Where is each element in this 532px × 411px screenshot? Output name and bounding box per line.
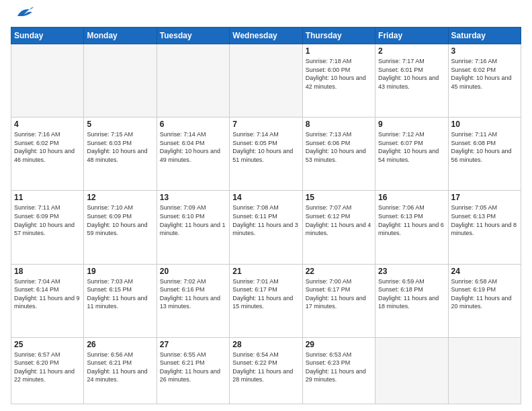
day-info: Sunrise: 7:05 AM Sunset: 6:13 PM Dayligh… bbox=[451, 203, 518, 237]
day-number: 18 bbox=[14, 267, 81, 276]
weekday-monday: Monday bbox=[84, 28, 157, 44]
calendar-table: SundayMondayTuesdayWednesdayThursdayFrid… bbox=[11, 27, 521, 404]
day-cell: 27Sunrise: 6:55 AM Sunset: 6:21 PM Dayli… bbox=[157, 337, 229, 404]
day-number: 29 bbox=[306, 340, 372, 349]
day-number: 14 bbox=[232, 193, 299, 202]
day-cell: 20Sunrise: 7:02 AM Sunset: 6:16 PM Dayli… bbox=[157, 264, 229, 337]
day-cell: 23Sunrise: 6:59 AM Sunset: 6:18 PM Dayli… bbox=[375, 264, 448, 337]
day-cell bbox=[230, 44, 302, 118]
day-info: Sunrise: 6:56 AM Sunset: 6:21 PM Dayligh… bbox=[87, 351, 153, 384]
day-cell: 18Sunrise: 7:04 AM Sunset: 6:14 PM Dayli… bbox=[11, 264, 84, 337]
day-info: Sunrise: 6:58 AM Sunset: 6:19 PM Dayligh… bbox=[451, 277, 518, 311]
logo-bird-icon bbox=[12, 7, 34, 21]
day-info: Sunrise: 7:15 AM Sunset: 6:03 PM Dayligh… bbox=[87, 130, 153, 164]
weekday-tuesday: Tuesday bbox=[157, 28, 229, 44]
day-number: 23 bbox=[378, 267, 445, 276]
week-row-3: 11Sunrise: 7:11 AM Sunset: 6:09 PM Dayli… bbox=[11, 191, 521, 264]
day-cell: 28Sunrise: 6:54 AM Sunset: 6:22 PM Dayli… bbox=[230, 337, 302, 404]
day-number: 1 bbox=[306, 46, 372, 56]
day-info: Sunrise: 7:02 AM Sunset: 6:16 PM Dayligh… bbox=[160, 277, 226, 311]
day-number: 20 bbox=[160, 267, 226, 276]
logo bbox=[11, 11, 34, 21]
day-cell bbox=[84, 44, 157, 118]
day-cell: 4Sunrise: 7:16 AM Sunset: 6:02 PM Daylig… bbox=[11, 118, 84, 191]
day-info: Sunrise: 7:17 AM Sunset: 6:01 PM Dayligh… bbox=[378, 57, 445, 91]
day-cell: 24Sunrise: 6:58 AM Sunset: 6:19 PM Dayli… bbox=[448, 264, 521, 337]
day-number: 7 bbox=[232, 120, 299, 129]
day-number: 4 bbox=[14, 120, 81, 129]
day-info: Sunrise: 7:13 AM Sunset: 6:06 PM Dayligh… bbox=[306, 130, 372, 164]
day-cell: 5Sunrise: 7:15 AM Sunset: 6:03 PM Daylig… bbox=[84, 118, 157, 191]
day-info: Sunrise: 7:14 AM Sunset: 6:04 PM Dayligh… bbox=[160, 130, 226, 164]
day-info: Sunrise: 7:16 AM Sunset: 6:02 PM Dayligh… bbox=[451, 57, 518, 91]
day-number: 9 bbox=[378, 120, 445, 129]
day-number: 10 bbox=[451, 120, 518, 129]
day-number: 16 bbox=[378, 193, 445, 202]
week-row-5: 25Sunrise: 6:57 AM Sunset: 6:20 PM Dayli… bbox=[11, 337, 521, 404]
day-number: 28 bbox=[232, 340, 299, 349]
day-number: 24 bbox=[451, 267, 518, 276]
day-cell bbox=[375, 337, 448, 404]
day-info: Sunrise: 6:57 AM Sunset: 6:20 PM Dayligh… bbox=[14, 351, 81, 384]
day-cell: 1Sunrise: 7:18 AM Sunset: 6:00 PM Daylig… bbox=[302, 44, 375, 118]
weekday-saturday: Saturday bbox=[448, 28, 521, 44]
day-info: Sunrise: 7:16 AM Sunset: 6:02 PM Dayligh… bbox=[14, 130, 81, 164]
day-cell: 29Sunrise: 6:53 AM Sunset: 6:23 PM Dayli… bbox=[302, 337, 375, 404]
day-cell: 22Sunrise: 7:00 AM Sunset: 6:17 PM Dayli… bbox=[302, 264, 375, 337]
day-cell: 8Sunrise: 7:13 AM Sunset: 6:06 PM Daylig… bbox=[302, 118, 375, 191]
day-cell: 21Sunrise: 7:01 AM Sunset: 6:17 PM Dayli… bbox=[230, 264, 302, 337]
day-cell: 11Sunrise: 7:11 AM Sunset: 6:09 PM Dayli… bbox=[11, 191, 84, 264]
day-number: 6 bbox=[160, 120, 226, 129]
day-cell: 12Sunrise: 7:10 AM Sunset: 6:09 PM Dayli… bbox=[84, 191, 157, 264]
weekday-sunday: Sunday bbox=[11, 28, 84, 44]
day-info: Sunrise: 7:14 AM Sunset: 6:05 PM Dayligh… bbox=[232, 130, 299, 164]
week-row-2: 4Sunrise: 7:16 AM Sunset: 6:02 PM Daylig… bbox=[11, 118, 521, 191]
day-info: Sunrise: 7:07 AM Sunset: 6:12 PM Dayligh… bbox=[306, 203, 372, 237]
weekday-header-row: SundayMondayTuesdayWednesdayThursdayFrid… bbox=[11, 28, 521, 44]
day-number: 2 bbox=[378, 46, 445, 56]
day-info: Sunrise: 7:18 AM Sunset: 6:00 PM Dayligh… bbox=[306, 57, 372, 91]
header bbox=[11, 11, 521, 21]
day-info: Sunrise: 7:00 AM Sunset: 6:17 PM Dayligh… bbox=[306, 277, 372, 311]
day-cell bbox=[11, 44, 84, 118]
day-cell: 14Sunrise: 7:08 AM Sunset: 6:11 PM Dayli… bbox=[230, 191, 302, 264]
weekday-wednesday: Wednesday bbox=[230, 28, 302, 44]
day-cell: 3Sunrise: 7:16 AM Sunset: 6:02 PM Daylig… bbox=[448, 44, 521, 118]
day-info: Sunrise: 6:53 AM Sunset: 6:23 PM Dayligh… bbox=[306, 351, 372, 384]
day-cell: 17Sunrise: 7:05 AM Sunset: 6:13 PM Dayli… bbox=[448, 191, 521, 264]
day-cell: 10Sunrise: 7:11 AM Sunset: 6:08 PM Dayli… bbox=[448, 118, 521, 191]
day-number: 21 bbox=[232, 267, 299, 276]
day-info: Sunrise: 7:10 AM Sunset: 6:09 PM Dayligh… bbox=[87, 203, 153, 237]
day-cell bbox=[448, 337, 521, 404]
day-info: Sunrise: 7:09 AM Sunset: 6:10 PM Dayligh… bbox=[160, 203, 226, 237]
page: SundayMondayTuesdayWednesdayThursdayFrid… bbox=[0, 0, 532, 411]
day-info: Sunrise: 7:11 AM Sunset: 6:09 PM Dayligh… bbox=[14, 203, 81, 237]
day-number: 25 bbox=[14, 340, 81, 349]
day-number: 19 bbox=[87, 267, 153, 276]
day-cell: 6Sunrise: 7:14 AM Sunset: 6:04 PM Daylig… bbox=[157, 118, 229, 191]
day-info: Sunrise: 7:06 AM Sunset: 6:13 PM Dayligh… bbox=[378, 203, 445, 237]
week-row-4: 18Sunrise: 7:04 AM Sunset: 6:14 PM Dayli… bbox=[11, 264, 521, 337]
day-number: 15 bbox=[306, 193, 372, 202]
day-number: 3 bbox=[451, 46, 518, 56]
day-number: 13 bbox=[160, 193, 226, 202]
day-info: Sunrise: 7:01 AM Sunset: 6:17 PM Dayligh… bbox=[232, 277, 299, 311]
day-cell: 25Sunrise: 6:57 AM Sunset: 6:20 PM Dayli… bbox=[11, 337, 84, 404]
weekday-friday: Friday bbox=[375, 28, 448, 44]
day-info: Sunrise: 7:08 AM Sunset: 6:11 PM Dayligh… bbox=[232, 203, 299, 237]
day-cell: 16Sunrise: 7:06 AM Sunset: 6:13 PM Dayli… bbox=[375, 191, 448, 264]
day-number: 22 bbox=[306, 267, 372, 276]
day-cell: 15Sunrise: 7:07 AM Sunset: 6:12 PM Dayli… bbox=[302, 191, 375, 264]
day-cell bbox=[157, 44, 229, 118]
day-cell: 19Sunrise: 7:03 AM Sunset: 6:15 PM Dayli… bbox=[84, 264, 157, 337]
day-number: 26 bbox=[87, 340, 153, 349]
day-info: Sunrise: 7:04 AM Sunset: 6:14 PM Dayligh… bbox=[14, 277, 81, 311]
day-info: Sunrise: 7:03 AM Sunset: 6:15 PM Dayligh… bbox=[87, 277, 153, 311]
day-cell: 7Sunrise: 7:14 AM Sunset: 6:05 PM Daylig… bbox=[230, 118, 302, 191]
weekday-thursday: Thursday bbox=[302, 28, 375, 44]
day-info: Sunrise: 7:11 AM Sunset: 6:08 PM Dayligh… bbox=[451, 130, 518, 164]
day-info: Sunrise: 7:12 AM Sunset: 6:07 PM Dayligh… bbox=[378, 130, 445, 164]
day-info: Sunrise: 6:59 AM Sunset: 6:18 PM Dayligh… bbox=[378, 277, 445, 311]
day-cell: 9Sunrise: 7:12 AM Sunset: 6:07 PM Daylig… bbox=[375, 118, 448, 191]
day-cell: 26Sunrise: 6:56 AM Sunset: 6:21 PM Dayli… bbox=[84, 337, 157, 404]
